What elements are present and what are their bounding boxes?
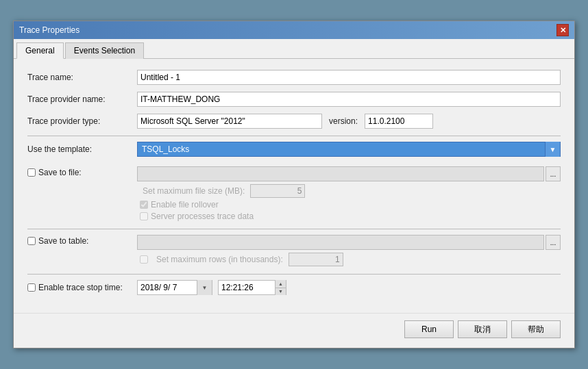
save-to-file-label: Save to file: xyxy=(38,168,82,177)
trace-properties-dialog: Trace Properties ✕ General Events Select… xyxy=(13,21,575,348)
save-to-table-section: Save to table: ... Set maximum rows (in … xyxy=(27,235,561,268)
separator-3 xyxy=(27,274,561,275)
version-label: version: xyxy=(329,116,358,126)
tab-bar: General Events Selection xyxy=(14,39,574,59)
help-button[interactable]: 帮助 xyxy=(511,320,561,338)
save-to-file-sub-options: Set maximum file size (MB): Enable file … xyxy=(137,184,561,221)
tab-events-selection[interactable]: Events Selection xyxy=(65,42,144,59)
save-to-table-right: ... Set maximum rows (in thousands): xyxy=(137,235,561,268)
close-button[interactable]: ✕ xyxy=(556,24,569,36)
save-to-table-browse-button[interactable]: ... xyxy=(546,235,561,250)
max-rows-checkbox xyxy=(140,255,148,264)
trace-provider-name-label: Trace provider name: xyxy=(27,94,137,104)
general-tab-content: Trace name: Trace provider name: Trace p… xyxy=(14,59,574,313)
file-rollover-label: Enable file rollover xyxy=(151,200,219,209)
trace-stop-time-label: Enable trace stop time: xyxy=(38,283,123,292)
dialog-footer: Run 取消 帮助 xyxy=(14,313,574,348)
save-to-table-input-row: ... xyxy=(137,235,561,250)
trace-provider-type-label: Trace provider type: xyxy=(27,116,137,126)
max-file-size-label: Set maximum file size (MB): xyxy=(143,186,245,196)
max-file-size-input xyxy=(250,184,305,198)
trace-name-label: Trace name: xyxy=(27,73,137,82)
trace-provider-name-row: Trace provider name: xyxy=(27,92,561,107)
save-to-table-check-wrapper: Save to table: xyxy=(27,236,137,246)
separator-1 xyxy=(27,136,561,136)
trace-name-input[interactable] xyxy=(137,70,561,85)
separator-2 xyxy=(27,229,561,229)
save-to-file-path-input xyxy=(137,166,544,181)
trace-provider-type-row: Trace provider type: version: xyxy=(27,114,561,129)
file-rollover-row: Enable file rollover xyxy=(140,200,561,209)
time-spin-down-button[interactable]: ▼ xyxy=(275,288,286,296)
save-to-file-input-row: ... xyxy=(137,166,561,181)
max-file-size-row: Set maximum file size (MB): xyxy=(140,184,561,198)
trace-provider-name-input[interactable] xyxy=(137,92,561,107)
time-spin-buttons: ▲ ▼ xyxy=(275,280,286,295)
trace-provider-type-input xyxy=(137,114,322,129)
trace-stop-time-check-wrapper: Enable trace stop time: xyxy=(27,283,137,292)
template-select-wrapper: TSQL_Locks ▼ xyxy=(137,142,561,157)
trace-stop-time-row: Enable trace stop time: ▼ ▲ ▼ xyxy=(27,280,561,295)
save-to-table-checkbox[interactable] xyxy=(27,237,36,245)
time-spin-up-button[interactable]: ▲ xyxy=(275,280,286,288)
server-process-checkbox xyxy=(140,212,148,220)
trace-stop-time-checkbox[interactable] xyxy=(27,283,36,292)
use-template-row: Use the template: TSQL_Locks ▼ xyxy=(27,142,561,157)
max-rows-label: Set maximum rows (in thousands): xyxy=(156,255,283,264)
version-input xyxy=(365,114,433,129)
date-input-wrapper: ▼ xyxy=(137,280,212,295)
save-to-file-right: ... Set maximum file size (MB): Enable f… xyxy=(137,166,561,223)
save-to-file-browse-button[interactable]: ... xyxy=(546,166,561,181)
template-select[interactable]: TSQL_Locks xyxy=(137,142,561,157)
tab-general[interactable]: General xyxy=(16,42,64,59)
run-button[interactable]: Run xyxy=(404,320,454,338)
cancel-button[interactable]: 取消 xyxy=(458,320,507,338)
date-dropdown-arrow[interactable]: ▼ xyxy=(197,280,212,295)
time-input-wrapper: ▲ ▼ xyxy=(218,280,286,295)
dialog-title: Trace Properties xyxy=(19,25,79,35)
save-to-file-check-wrapper: Save to file: xyxy=(27,168,137,177)
max-rows-row: Set maximum rows (in thousands): xyxy=(140,253,561,266)
use-template-label: Use the template: xyxy=(27,144,137,154)
save-to-table-sub-options: Set maximum rows (in thousands): xyxy=(137,253,561,266)
server-process-label: Server processes trace data xyxy=(151,212,254,221)
server-process-row: Server processes trace data xyxy=(140,212,561,221)
file-rollover-checkbox xyxy=(140,201,148,209)
max-rows-input xyxy=(289,253,343,266)
save-to-table-label: Save to table: xyxy=(38,236,88,246)
save-to-table-path-input xyxy=(137,235,544,250)
title-bar: Trace Properties ✕ xyxy=(14,21,574,39)
save-to-file-checkbox[interactable] xyxy=(27,168,36,177)
trace-name-row: Trace name: xyxy=(27,70,561,85)
save-to-file-section: Save to file: ... Set maximum file size … xyxy=(27,166,561,223)
